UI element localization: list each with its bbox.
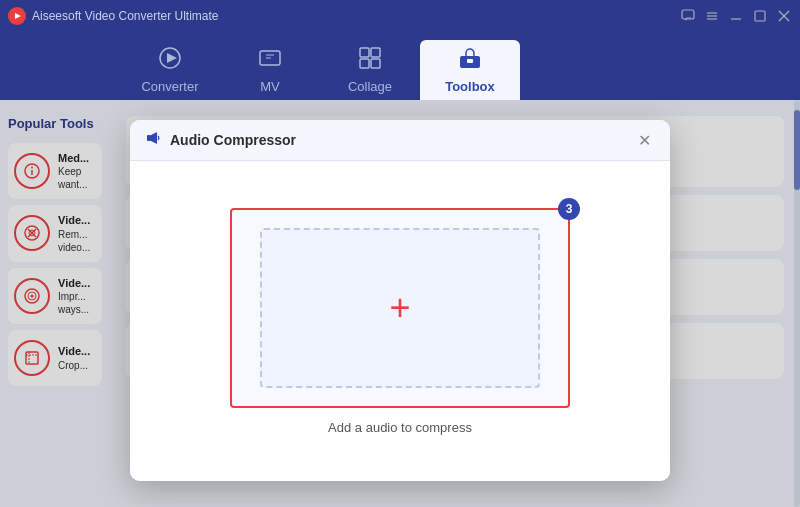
svg-rect-18 <box>467 59 473 63</box>
audio-compressor-modal: Audio Compressor ✕ + 3 Add a audio to co… <box>130 120 670 481</box>
tab-collage[interactable]: Collage <box>320 40 420 100</box>
add-file-icon: + <box>389 290 410 326</box>
mv-icon <box>258 46 282 75</box>
main-area: Popular Tools Med... Keepwant... Vide...… <box>0 100 800 507</box>
app-title: Aiseesoft Video Converter Ultimate <box>32 9 219 23</box>
title-bar: Aiseesoft Video Converter Ultimate <box>0 0 800 32</box>
collage-icon <box>358 46 382 75</box>
title-bar-controls <box>680 8 792 24</box>
tab-toolbox-label: Toolbox <box>445 79 495 94</box>
modal-header-left: Audio Compressor <box>146 130 296 150</box>
minimize-icon[interactable] <box>728 8 744 24</box>
tab-mv[interactable]: MV <box>220 40 320 100</box>
svg-rect-7 <box>755 11 765 21</box>
hamburger-icon[interactable] <box>704 8 720 24</box>
modal-overlay: Audio Compressor ✕ + 3 Add a audio to co… <box>0 100 800 507</box>
converter-icon <box>158 46 182 75</box>
drop-label: Add a audio to compress <box>328 420 472 435</box>
svg-rect-14 <box>371 48 380 57</box>
tab-toolbox[interactable]: Toolbox <box>420 40 520 100</box>
svg-marker-11 <box>167 53 177 63</box>
close-icon[interactable] <box>776 8 792 24</box>
tab-collage-label: Collage <box>348 79 392 94</box>
modal-title: Audio Compressor <box>170 132 296 148</box>
svg-rect-13 <box>360 48 369 57</box>
file-count-badge: 3 <box>558 198 580 220</box>
tab-converter-label: Converter <box>141 79 198 94</box>
svg-rect-15 <box>360 59 369 68</box>
tab-converter[interactable]: Converter <box>120 40 220 100</box>
chat-icon[interactable] <box>680 8 696 24</box>
svg-rect-16 <box>371 59 380 68</box>
modal-close-button[interactable]: ✕ <box>634 130 654 150</box>
drop-zone-wrapper: + 3 <box>230 208 570 408</box>
audio-icon <box>146 130 162 150</box>
tab-mv-label: MV <box>260 79 280 94</box>
title-bar-left: Aiseesoft Video Converter Ultimate <box>8 7 219 25</box>
toolbox-icon <box>458 46 482 75</box>
drop-zone[interactable]: + <box>230 208 570 408</box>
svg-rect-30 <box>147 135 151 141</box>
modal-header: Audio Compressor ✕ <box>130 120 670 161</box>
nav-tabs: Converter MV Collage Toolbox <box>0 32 800 100</box>
drop-zone-inner: + <box>260 228 540 388</box>
modal-body: + 3 Add a audio to compress <box>130 161 670 481</box>
app-logo <box>8 7 26 25</box>
maximize-icon[interactable] <box>752 8 768 24</box>
